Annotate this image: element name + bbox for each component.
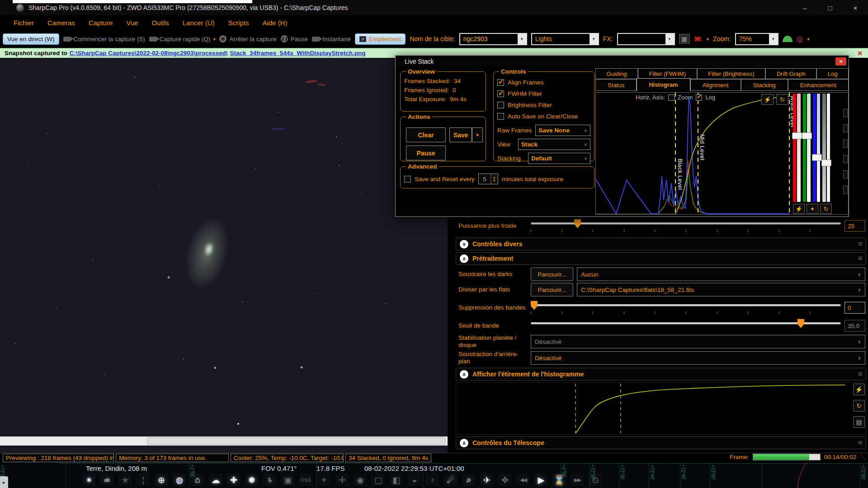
- tab[interactable]: Filter (FWHM): [638, 68, 697, 79]
- zoom-checkbox[interactable]: [668, 94, 675, 101]
- menu-item[interactable]: Vue: [126, 19, 138, 27]
- stack-option-checkbox[interactable]: FWHM Filter: [497, 88, 590, 99]
- fullscreen-icon[interactable]: ▢: [372, 474, 385, 486]
- dialog-title-bar[interactable]: Live Stack: [396, 56, 849, 67]
- reticle-icon[interactable]: ◎: [797, 34, 803, 44]
- live-view-canvas[interactable]: [0, 58, 448, 453]
- snapshot-folder-link[interactable]: C:\SharpCap Captures\2022-02-08\ngc2903\…: [70, 50, 228, 56]
- meteor-showers-icon[interactable]: ☄: [444, 474, 458, 486]
- view-select[interactable]: Stack∨: [518, 139, 590, 150]
- tab[interactable]: Filter (Brightness): [697, 68, 766, 79]
- menu-item[interactable]: Scripts: [228, 19, 249, 27]
- browse-darks-button[interactable]: Parcourir...: [531, 267, 573, 281]
- pause-stack-button[interactable]: Pause: [406, 145, 446, 160]
- atmosphere-icon[interactable]: ☁: [209, 474, 222, 486]
- raw-frames-select[interactable]: Save None∨: [535, 125, 590, 136]
- menu-item[interactable]: Capture: [89, 19, 113, 27]
- browse-flats-button[interactable]: Parcourir...: [531, 283, 573, 296]
- tab[interactable]: Drift Graph: [765, 68, 816, 79]
- flats-select[interactable]: C:\SharpCap Captures\flats\18_58_21.fits…: [577, 283, 865, 296]
- menu-icon[interactable]: ≡: [858, 370, 862, 378]
- constellation-art-icon[interactable]: ✭: [118, 474, 132, 486]
- darks-select[interactable]: Aucun∨: [577, 267, 865, 281]
- section-histogram-stretch[interactable]: ∧ Afficher l'étirement de l'histogramme …: [456, 368, 866, 380]
- chevron-down-icon[interactable]: ▾: [518, 34, 526, 44]
- cooler-power-slider[interactable]: [531, 218, 841, 234]
- histogram-icon[interactable]: [783, 36, 793, 42]
- save-button[interactable]: Save: [449, 127, 472, 142]
- green-level-slider[interactable]: [803, 94, 811, 202]
- dss-survey-icon[interactable]: DSS: [299, 474, 313, 486]
- chevron-down-icon[interactable]: ▾: [665, 34, 674, 44]
- band-threshold-value[interactable]: 35.0: [844, 320, 865, 332]
- scrollbar-thumb[interactable]: [147, 437, 445, 445]
- stabilization-select[interactable]: Désactivé∨: [531, 335, 865, 348]
- snapshot-button[interactable]: Instantané: [312, 36, 351, 42]
- snapshot-file-link[interactable]: Stack_34frames_544s_WithDisplayStretch.p…: [230, 50, 365, 56]
- live-stack-button[interactable]: aEmpilement: [355, 33, 406, 45]
- auto-stretch-button[interactable]: ⚡: [853, 384, 865, 395]
- cooler-power-value[interactable]: 25: [844, 220, 865, 232]
- sidebar-handle[interactable]: ▸: [0, 476, 8, 488]
- ground-icon[interactable]: ⌂: [191, 474, 204, 486]
- banding-slider[interactable]: [531, 300, 841, 315]
- menu-item[interactable]: Fichier: [14, 19, 34, 27]
- fine-stretch-button[interactable]: ✦: [807, 204, 818, 214]
- constellation-lines-icon[interactable]: ✶: [82, 474, 96, 486]
- planet-hints-icon[interactable]: ♁: [426, 474, 439, 486]
- menu-item[interactable]: Cameras: [47, 19, 75, 27]
- section-telescope-controls[interactable]: ∧ Contrôles du Télescope ≡: [456, 436, 866, 449]
- flip-vertical-icon[interactable]: ◒: [408, 474, 421, 486]
- constellation-boundaries-icon[interactable]: ¦: [137, 474, 150, 486]
- center-object-icon[interactable]: ✛: [335, 474, 349, 486]
- dso-images-icon[interactable]: ▣: [281, 474, 295, 486]
- stack-option-checkbox[interactable]: Auto Save on Clear/Close: [497, 111, 590, 122]
- satellites-icon[interactable]: ✈: [480, 474, 494, 486]
- banding-value[interactable]: 0: [844, 302, 865, 314]
- log-checkbox[interactable]: [696, 94, 702, 101]
- cardinal-points-icon[interactable]: ✚: [227, 474, 241, 486]
- flip-horizontal-icon[interactable]: ◧: [390, 474, 403, 486]
- live-view-button[interactable]: Vue en direct (W): [3, 33, 59, 45]
- slider-handle[interactable]: [797, 319, 804, 328]
- white-level-slider[interactable]: [822, 94, 830, 202]
- tab[interactable]: Histogram: [637, 78, 690, 91]
- chevron-up-icon[interactable]: ∧: [460, 254, 468, 263]
- display-histogram[interactable]: ⚡ ↻ ▤: [456, 382, 866, 435]
- nebulas-icon[interactable]: ✺: [245, 474, 259, 486]
- tab[interactable]: Guiding: [595, 68, 638, 79]
- frame-type-select[interactable]: Lights▾: [531, 33, 599, 45]
- chevron-up-icon[interactable]: ∧: [460, 370, 468, 379]
- close-button[interactable]: ×: [843, 0, 868, 15]
- stack-option-checkbox[interactable]: Brightness Filter: [497, 99, 590, 111]
- red-level-slider[interactable]: [793, 94, 801, 202]
- reset-stretch-button[interactable]: ↻: [853, 400, 865, 412]
- stack-option-checkbox[interactable]: Align Frames: [497, 77, 590, 88]
- reset-levels-button[interactable]: ↻: [776, 94, 788, 105]
- chevron-down-icon[interactable]: ∨: [460, 240, 468, 249]
- blue-level-slider[interactable]: [813, 94, 821, 202]
- slider-handle[interactable]: [792, 132, 802, 139]
- tab[interactable]: Log: [816, 68, 849, 79]
- constellation-labels-icon[interactable]: ab: [100, 474, 114, 486]
- reset-levels-button[interactable]: ↻: [820, 204, 832, 214]
- display-frame-icon[interactable]: ▦: [679, 34, 690, 44]
- close-icon[interactable]: ✕: [857, 50, 863, 57]
- save-reset-checkbox[interactable]: [404, 176, 411, 183]
- horizontal-scrollbar[interactable]: [0, 436, 448, 446]
- equatorial-grid-icon[interactable]: ⊕: [155, 474, 168, 486]
- chevron-down-icon[interactable]: ▾: [213, 37, 215, 42]
- menu-item[interactable]: Aide (H): [262, 19, 287, 27]
- chevron-down-icon[interactable]: ▾: [807, 37, 810, 42]
- azimuthal-grid-icon[interactable]: ◍: [173, 474, 186, 486]
- quit-icon[interactable]: ⊙: [589, 474, 602, 486]
- maximize-button[interactable]: □: [817, 0, 843, 15]
- slider-handle[interactable]: [802, 132, 812, 139]
- zoom-select[interactable]: 75%▾: [735, 33, 778, 45]
- chevron-down-icon[interactable]: ▾: [769, 34, 778, 44]
- menu-item[interactable]: Outils: [151, 19, 169, 27]
- slider-handle[interactable]: [531, 301, 538, 310]
- slider-handle[interactable]: [574, 219, 581, 228]
- planet-labels-icon[interactable]: ♄: [263, 474, 277, 486]
- menu-item[interactable]: Lancer (U): [183, 19, 215, 27]
